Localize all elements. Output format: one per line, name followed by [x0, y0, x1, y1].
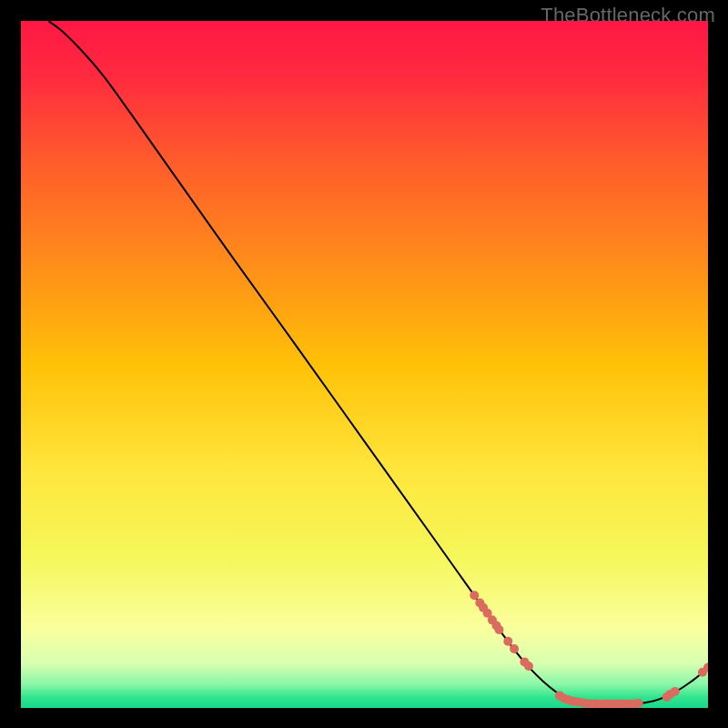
bottleneck-chart: [21, 21, 708, 708]
highlight-dot: [503, 637, 512, 646]
highlight-dot: [634, 699, 643, 708]
highlight-dot: [671, 687, 680, 696]
highlight-dot: [470, 591, 479, 600]
highlight-dot: [494, 625, 503, 634]
highlight-dot: [524, 662, 533, 671]
gradient-background: [21, 21, 708, 708]
chart-frame: TheBottleneck.com: [0, 0, 728, 728]
highlight-dot: [510, 644, 519, 653]
